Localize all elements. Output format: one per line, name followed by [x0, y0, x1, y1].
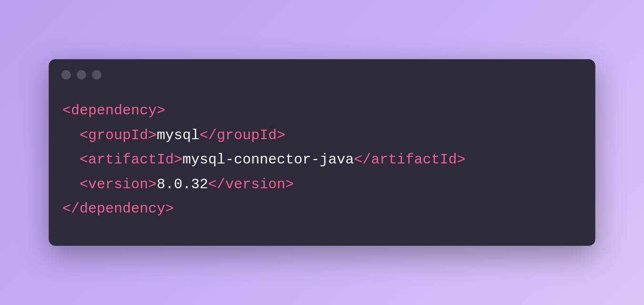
code-window: <dependency> <groupId>mysql</groupId> <a… — [49, 59, 595, 246]
dependency-open-tag: <dependency> — [62, 102, 165, 119]
dependency-close-tag: </dependency> — [62, 201, 174, 217]
groupid-value: mysql — [157, 127, 200, 143]
artifactid-close-tag: </artifactId> — [354, 152, 465, 168]
version-close-tag: </version> — [208, 176, 294, 193]
version-open-tag: <version> — [80, 176, 157, 193]
window-close-dot[interactable] — [61, 70, 71, 80]
window-title-bar — [49, 60, 595, 84]
groupid-close-tag: </groupId> — [200, 127, 285, 143]
artifactid-value: mysql-connector-java — [182, 152, 354, 168]
artifactid-open-tag: <artifactId> — [80, 152, 182, 168]
code-block[interactable]: <dependency> <groupId>mysql</groupId> <a… — [49, 84, 595, 245]
groupid-open-tag: <groupId> — [80, 127, 157, 143]
version-value: 8.0.32 — [157, 176, 208, 193]
window-minimize-dot[interactable] — [77, 70, 86, 80]
window-maximize-dot[interactable] — [92, 70, 101, 80]
